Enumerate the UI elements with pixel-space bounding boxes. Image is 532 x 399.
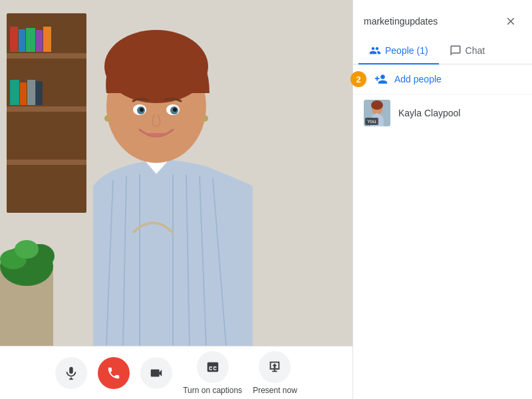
svg-rect-8 (36, 30, 43, 52)
mic-icon-bg (55, 357, 87, 389)
end-call-icon (106, 366, 121, 380)
present-button[interactable]: Present now (253, 351, 297, 395)
app-container: Turn on captions Present now marketingup… (0, 0, 532, 399)
people-icon (369, 45, 381, 57)
participant-avatar: You (364, 100, 390, 126)
panel-title: marketingupdates (364, 16, 438, 27)
captions-icon-bg (197, 351, 229, 383)
captions-label: Turn on captions (183, 386, 242, 395)
svg-point-18 (15, 240, 39, 259)
svg-point-27 (140, 108, 144, 112)
participant-name: Kayla Claypool (398, 108, 460, 118)
svg-point-30 (201, 115, 208, 122)
tab-chat[interactable]: Chat (439, 38, 496, 65)
step-badge: 2 (350, 71, 366, 87)
camera-icon (149, 366, 164, 380)
svg-point-22 (160, 42, 200, 71)
panel-header: marketingupdates (353, 0, 532, 32)
svg-rect-38 (69, 366, 73, 373)
svg-rect-5 (10, 27, 18, 52)
mic-button[interactable] (55, 357, 87, 389)
participant-row: You Kayla Claypool (353, 94, 532, 132)
captions-icon (205, 360, 220, 374)
svg-rect-11 (20, 82, 27, 105)
tab-people[interactable]: People (1) (358, 38, 439, 65)
add-person-icon (374, 72, 388, 86)
camera-icon-bg (140, 357, 172, 389)
tab-chat-label: Chat (466, 45, 485, 56)
you-label: You (365, 118, 378, 125)
end-call-button[interactable] (98, 357, 130, 389)
svg-rect-4 (7, 160, 86, 165)
svg-rect-10 (10, 80, 19, 105)
add-people-label: Add people (394, 74, 442, 84)
close-icon (505, 15, 517, 27)
video-controls: Turn on captions Present now (0, 346, 352, 399)
svg-rect-9 (43, 27, 51, 52)
svg-rect-13 (36, 81, 43, 105)
svg-rect-6 (19, 29, 25, 52)
svg-rect-12 (27, 80, 35, 105)
camera-button[interactable] (140, 357, 172, 389)
video-frame (0, 0, 352, 399)
svg-rect-2 (7, 53, 86, 59)
present-icon (267, 360, 282, 374)
video-area: Turn on captions Present now (0, 0, 352, 399)
svg-point-28 (173, 108, 177, 112)
tab-people-label: People (1) (385, 45, 428, 56)
present-label: Present now (253, 386, 297, 395)
chat-icon (450, 45, 462, 57)
panel-tabs: People (1) Chat (353, 37, 532, 65)
right-panel: marketingupdates People (1) (352, 0, 532, 399)
mic-icon (64, 366, 78, 380)
svg-rect-7 (26, 28, 35, 52)
svg-point-29 (104, 115, 111, 122)
svg-rect-3 (7, 106, 86, 112)
captions-button[interactable]: Turn on captions (183, 351, 242, 395)
present-icon-bg (259, 351, 291, 383)
end-call-icon-bg (98, 357, 130, 389)
add-people-row[interactable]: 2 Add people (353, 65, 532, 94)
close-button[interactable] (500, 11, 521, 32)
svg-point-43 (371, 100, 383, 110)
